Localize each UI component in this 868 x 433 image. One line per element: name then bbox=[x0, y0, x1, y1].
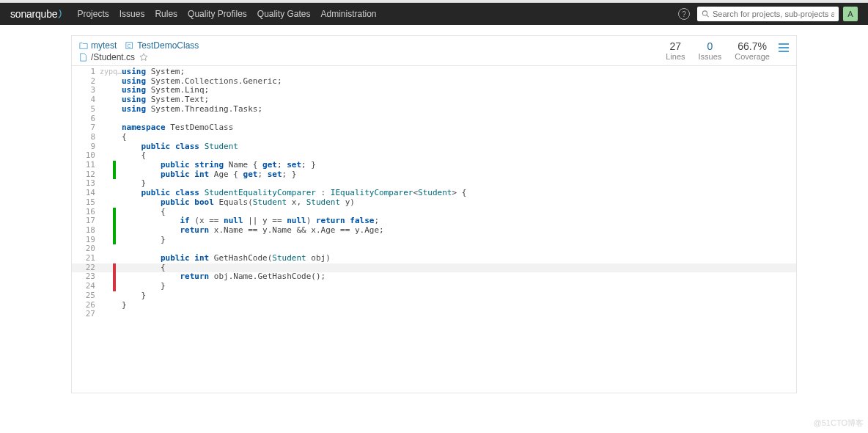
crumb-file: /Student.cs bbox=[91, 52, 135, 62]
code-line[interactable]: 4using System.Text; bbox=[72, 95, 796, 105]
coverage-marker bbox=[113, 310, 116, 319]
scm-gutter bbox=[100, 310, 113, 319]
metric-lines: 27Lines bbox=[666, 40, 685, 61]
coverage-marker bbox=[113, 208, 116, 217]
line-number: 21 bbox=[72, 254, 100, 263]
code-line[interactable]: 12 public int Age { get; set; } bbox=[72, 170, 796, 180]
crumb-class[interactable]: TestDemoClass bbox=[137, 40, 199, 51]
code-line[interactable]: 1zypq…using System; bbox=[72, 68, 796, 77]
file-icon bbox=[79, 53, 88, 62]
coverage-marker bbox=[113, 86, 116, 95]
coverage-marker bbox=[113, 95, 116, 105]
watermark: @51CTO博客 bbox=[814, 418, 864, 429]
brand-text: sonarqube bbox=[10, 8, 57, 20]
nav-quality-gates[interactable]: Quality Gates bbox=[257, 9, 311, 19]
actions-menu-icon[interactable] bbox=[779, 43, 789, 52]
code-line[interactable]: 23 return obj.Name.GetHashCode(); bbox=[72, 272, 796, 282]
code-line[interactable]: 27 bbox=[72, 310, 796, 319]
scm-gutter bbox=[100, 77, 113, 87]
code-text: public class StudentEqualityComparer : I… bbox=[120, 189, 796, 198]
search-input[interactable] bbox=[713, 10, 834, 18]
search-icon bbox=[702, 10, 710, 18]
line-number: 2 bbox=[72, 77, 100, 87]
scm-gutter bbox=[100, 244, 113, 254]
code-text: return obj.Name.GetHashCode(); bbox=[120, 272, 796, 282]
scm-gutter bbox=[100, 170, 113, 180]
nav-administration[interactable]: Administration bbox=[321, 9, 377, 19]
line-number: 15 bbox=[72, 198, 100, 208]
help-icon[interactable]: ? bbox=[678, 8, 690, 20]
coverage-marker bbox=[113, 236, 116, 245]
scm-gutter bbox=[100, 179, 113, 189]
coverage-marker bbox=[113, 68, 116, 77]
scm-gutter bbox=[100, 226, 113, 236]
coverage-marker bbox=[113, 272, 116, 282]
code-text: } bbox=[120, 301, 796, 310]
code-line[interactable]: 26} bbox=[72, 301, 796, 310]
code-line[interactable]: 21 public int GetHashCode(Student obj) bbox=[72, 254, 796, 263]
code-line[interactable]: 9 public class Student bbox=[72, 142, 796, 152]
coverage-marker bbox=[113, 170, 116, 180]
code-text: public bool Equals(Student x, Student y) bbox=[120, 198, 796, 208]
main-nav: Projects Issues Rules Quality Profiles Q… bbox=[77, 9, 376, 19]
coverage-marker bbox=[113, 179, 116, 189]
global-search[interactable] bbox=[697, 7, 839, 21]
file-metrics: 27Lines 0Issues 66.7%Coverage bbox=[666, 40, 770, 61]
metric-issues[interactable]: 0Issues bbox=[699, 40, 722, 61]
scm-gutter bbox=[100, 189, 113, 198]
scm-gutter bbox=[100, 291, 113, 301]
coverage-marker bbox=[113, 142, 116, 152]
scm-gutter bbox=[100, 282, 113, 291]
crumb-project[interactable]: mytest bbox=[91, 40, 117, 51]
coverage-marker bbox=[113, 77, 116, 87]
brand[interactable]: sonarqube bbox=[10, 8, 64, 20]
code-text: using System.Collections.Generic; bbox=[120, 77, 796, 87]
line-number: 8 bbox=[72, 133, 100, 142]
code-line[interactable]: 5using System.Threading.Tasks; bbox=[72, 105, 796, 114]
code-text: using System.Text; bbox=[120, 95, 796, 105]
svg-point-0 bbox=[702, 11, 707, 15]
nav-projects[interactable]: Projects bbox=[77, 9, 108, 19]
coverage-marker bbox=[113, 254, 116, 263]
coverage-marker bbox=[113, 216, 116, 226]
main-header: sonarqube Projects Issues Rules Quality … bbox=[0, 3, 868, 25]
code-text: public string Name { get; set; } bbox=[120, 161, 796, 170]
scm-gutter bbox=[100, 105, 113, 114]
code-text: using System.Linq; bbox=[120, 86, 796, 95]
scm-gutter bbox=[100, 263, 113, 273]
code-line[interactable]: 24 } bbox=[72, 282, 796, 291]
scm-gutter bbox=[100, 123, 113, 133]
nav-rules[interactable]: Rules bbox=[155, 9, 177, 19]
code-line[interactable]: 15 public bool Equals(Student x, Student… bbox=[72, 198, 796, 208]
code-line[interactable]: 19 } bbox=[72, 236, 796, 245]
code-line[interactable]: 18 return x.Name == y.Name && x.Age == y… bbox=[72, 226, 796, 236]
nav-quality-profiles[interactable]: Quality Profiles bbox=[188, 9, 247, 19]
favorite-icon[interactable] bbox=[139, 53, 148, 62]
coverage-marker bbox=[113, 263, 116, 273]
project-icon bbox=[79, 41, 88, 50]
scm-gutter bbox=[100, 236, 113, 245]
metric-coverage: 66.7%Coverage bbox=[735, 40, 770, 61]
code-line[interactable]: 7namespace TestDemoClass bbox=[72, 123, 796, 133]
nav-issues[interactable]: Issues bbox=[119, 9, 145, 19]
svg-text:C: C bbox=[128, 43, 131, 48]
coverage-marker bbox=[113, 226, 116, 236]
brand-swoosh-icon bbox=[58, 9, 64, 19]
coverage-marker bbox=[113, 161, 116, 170]
code-text: using System.Threading.Tasks; bbox=[120, 105, 796, 114]
code-line[interactable]: 25 } bbox=[72, 291, 796, 301]
coverage-marker bbox=[113, 282, 116, 291]
code-text: return x.Name == y.Name && x.Age == y.Ag… bbox=[120, 226, 796, 236]
scm-gutter: zypq… bbox=[100, 68, 113, 77]
coverage-marker bbox=[113, 198, 116, 208]
user-avatar[interactable]: A bbox=[843, 7, 858, 21]
scm-gutter bbox=[100, 301, 113, 310]
scm-gutter bbox=[100, 133, 113, 142]
code-text bbox=[120, 310, 796, 319]
svg-line-1 bbox=[707, 15, 709, 17]
code-text: using System; bbox=[120, 68, 796, 77]
code-text: } bbox=[120, 236, 796, 245]
scm-gutter bbox=[100, 216, 113, 226]
coverage-marker bbox=[113, 114, 116, 124]
coverage-marker bbox=[113, 291, 116, 301]
